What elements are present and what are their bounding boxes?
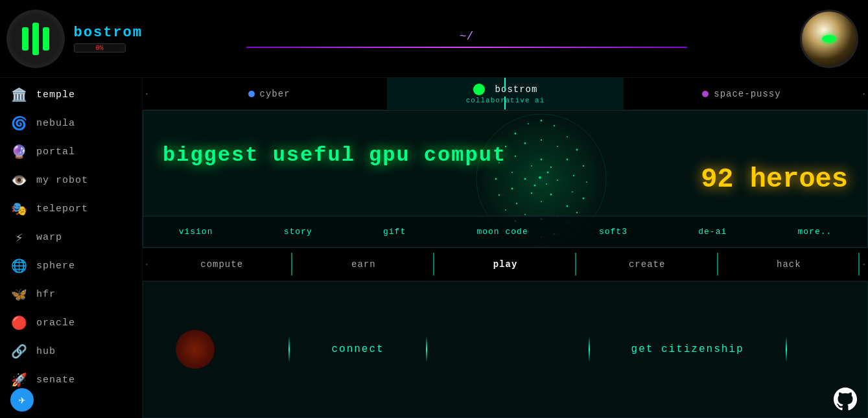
- bottom-nav-compute[interactable]: compute: [151, 248, 293, 281]
- svg-point-23: [524, 142, 526, 144]
- connect-button[interactable]: connect: [316, 338, 399, 360]
- sidebar-item-warp[interactable]: ⚡ warp: [0, 223, 142, 251]
- hub-icon: 🔗: [10, 342, 29, 360]
- logo-bar-3: [43, 27, 49, 51]
- sidebar-label-oracle: oracle: [36, 318, 75, 329]
- tab-cyber[interactable]: cyber: [151, 78, 387, 110]
- svg-point-27: [511, 172, 513, 173]
- svg-point-22: [541, 139, 542, 141]
- tab-bostrom-subtitle: collaborative ai: [466, 97, 545, 104]
- sub-nav-moon-code[interactable]: moon code: [471, 224, 533, 239]
- sub-nav-story[interactable]: story: [279, 224, 318, 239]
- sub-nav-soft3[interactable]: soft3: [594, 224, 633, 239]
- sphere-icon: 🌐: [10, 257, 29, 275]
- svg-point-3: [528, 123, 529, 124]
- svg-point-41: [531, 192, 532, 194]
- svg-point-2: [541, 119, 543, 121]
- svg-point-8: [576, 148, 578, 150]
- bostrom-dot: [473, 84, 485, 95]
- divider-far-right: [786, 336, 787, 362]
- compute-label: compute: [200, 259, 243, 270]
- cyber-dot: [248, 91, 255, 97]
- bottom-nav-earn[interactable]: earn: [292, 248, 434, 281]
- bottom-dot-left: •: [145, 261, 148, 267]
- temple-icon: 🏛️: [10, 86, 29, 104]
- right-avatar[interactable]: [790, 10, 868, 68]
- logo-bar-1: [22, 27, 29, 51]
- sidebar-label-nebula: nebula: [36, 118, 75, 129]
- sidebar-item-temple[interactable]: 🏛️ temple: [0, 80, 142, 109]
- svg-point-6: [567, 136, 568, 137]
- my-robot-icon: 👁️: [10, 171, 29, 189]
- svg-point-30: [572, 191, 573, 192]
- create-label: create: [629, 259, 665, 270]
- bottom-dot-right: •: [862, 261, 865, 267]
- bottom-nav-hack[interactable]: hack: [718, 248, 860, 281]
- sub-nav-more[interactable]: more..: [793, 224, 838, 239]
- bottom-nav-play[interactable]: play: [434, 248, 576, 281]
- sidebar-item-hub[interactable]: 🔗 hub: [0, 337, 142, 366]
- sidebar: 🏛️ temple 🌀 nebula 🔮 portal 👁️ my robot …: [0, 78, 143, 418]
- oracle-icon: 🔴: [10, 314, 29, 332]
- svg-point-7: [505, 146, 506, 147]
- red-circle-decoration: [176, 330, 215, 369]
- play-label: play: [493, 259, 518, 270]
- svg-point-31: [516, 203, 517, 204]
- svg-point-37: [531, 165, 532, 167]
- sub-nav-gift[interactable]: gift: [378, 224, 411, 239]
- sidebar-label-my-robot: my robot: [36, 175, 88, 186]
- bottom-nav-create[interactable]: create: [576, 248, 718, 281]
- sidebar-label-temple: temple: [36, 89, 75, 100]
- tab-space-pussy[interactable]: space-pussy: [624, 78, 860, 110]
- svg-point-38: [550, 167, 552, 168]
- tab-bostrom-label: bostrom: [495, 84, 538, 95]
- sidebar-item-portal[interactable]: 🔮 portal: [0, 137, 142, 166]
- sidebar-label-warp: warp: [36, 232, 62, 243]
- sub-nav-vision[interactable]: vision: [174, 224, 218, 239]
- earn-label: earn: [351, 259, 376, 270]
- top-bar: bostrom 0% ~/: [0, 0, 868, 78]
- sidebar-label-hub: hub: [36, 346, 56, 357]
- svg-point-42: [550, 193, 552, 195]
- sidebar-item-nebula[interactable]: 🌀 nebula: [0, 109, 142, 137]
- bostrom-tab-center: bostrom collaborative ai: [466, 84, 545, 104]
- sidebar-item-teleport[interactable]: 🎭 teleport: [0, 194, 142, 223]
- portal-icon: 🔮: [10, 143, 29, 161]
- sidebar-item-hfr[interactable]: 🦋 hfr: [0, 280, 142, 308]
- svg-point-40: [557, 180, 558, 181]
- nebula-icon: 🌀: [10, 114, 29, 132]
- svg-point-43: [541, 201, 542, 202]
- senate-icon: 🚀: [10, 371, 29, 389]
- logo-bar-2: [32, 23, 39, 55]
- svg-point-39: [524, 178, 526, 180]
- logo-name: bostrom: [74, 25, 143, 41]
- sidebar-label-sphere: sphere: [36, 261, 75, 272]
- sidebar-item-sphere[interactable]: 🌐 sphere: [0, 251, 142, 280]
- github-button[interactable]: [834, 388, 857, 411]
- hfr-icon: 🦋: [10, 285, 29, 303]
- telegram-icon: ✈: [19, 393, 26, 407]
- search-area[interactable]: ~/: [143, 30, 790, 48]
- svg-point-32: [567, 205, 569, 207]
- sidebar-item-my-robot[interactable]: 👁️ my robot: [0, 166, 142, 194]
- search-bar: [246, 47, 687, 48]
- sidebar-item-oracle[interactable]: 🔴 oracle: [0, 308, 142, 337]
- svg-point-25: [515, 156, 516, 157]
- divider-left: [288, 336, 290, 362]
- nav-dot-left: •: [143, 91, 151, 97]
- tab-space-pussy-label: space-pussy: [714, 89, 780, 99]
- logo-circle[interactable]: [6, 10, 65, 68]
- tab-bostrom[interactable]: bostrom collaborative ai: [387, 78, 623, 110]
- svg-point-12: [586, 181, 587, 183]
- hero-headline: biggest useful gpu comput: [163, 143, 506, 167]
- teleport-icon: 🎭: [10, 200, 29, 218]
- sub-nav-de-ai[interactable]: de-ai: [693, 224, 732, 239]
- svg-point-4: [554, 125, 555, 126]
- divider-mid: [426, 336, 427, 362]
- citizenship-button[interactable]: get citizenship: [616, 338, 760, 360]
- svg-point-5: [515, 132, 517, 134]
- telegram-button[interactable]: ✈: [10, 388, 34, 412]
- svg-point-46: [534, 184, 536, 186]
- svg-point-11: [495, 178, 497, 180]
- svg-point-16: [576, 212, 578, 213]
